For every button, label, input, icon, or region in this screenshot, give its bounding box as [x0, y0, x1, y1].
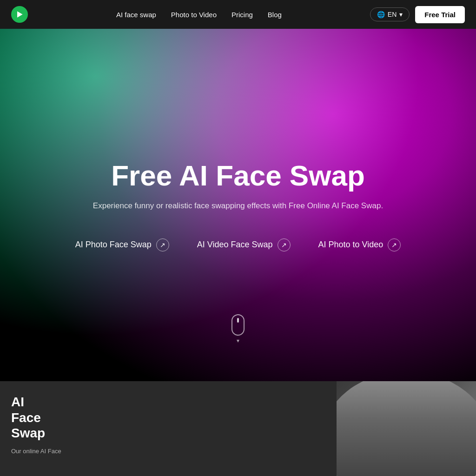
- language-selector[interactable]: 🌐 EN ▾: [370, 7, 410, 21]
- bottom-title: AIFaceSwap: [11, 394, 119, 441]
- hero-title: Free AI Face Swap: [75, 159, 401, 192]
- lang-label: EN: [388, 11, 397, 18]
- nav-pricing[interactable]: Pricing: [231, 11, 253, 19]
- scroll-oval: [231, 314, 245, 336]
- scroll-dot: [237, 318, 239, 323]
- chevron-down-icon: ▾: [399, 11, 403, 18]
- nav-ai-face-swap[interactable]: AI face swap: [116, 11, 156, 19]
- bottom-image: [337, 381, 476, 476]
- nav-blog[interactable]: Blog: [268, 11, 282, 19]
- bottom-right-panel: [130, 381, 476, 476]
- svg-marker-0: [17, 11, 23, 17]
- nav-links: AI face swap Photo to Video Pricing Blog: [116, 11, 282, 19]
- hero-feature-links: AI Photo Face Swap ↗ AI Video Face Swap …: [75, 238, 401, 251]
- photo-face-swap-label: AI Photo Face Swap: [75, 240, 152, 250]
- photo-to-video-link[interactable]: AI Photo to Video ↗: [318, 238, 401, 251]
- globe-icon: 🌐: [377, 11, 385, 18]
- video-face-swap-link[interactable]: AI Video Face Swap ↗: [197, 238, 291, 251]
- nav-right: 🌐 EN ▾ Free Trial: [370, 6, 465, 23]
- hero-content: Free AI Face Swap Experience funny or re…: [57, 159, 420, 251]
- free-trial-button[interactable]: Free Trial: [415, 6, 465, 23]
- bottom-section: AIFaceSwap Our online AI Face: [0, 381, 476, 476]
- bottom-description: Our online AI Face: [11, 447, 119, 456]
- bottom-left-panel: AIFaceSwap Our online AI Face: [0, 381, 130, 476]
- navbar: AI face swap Photo to Video Pricing Blog…: [0, 0, 476, 29]
- photo-to-video-label: AI Photo to Video: [318, 240, 383, 250]
- arrow-up-right-icon: ↗: [156, 238, 169, 251]
- photo-face-swap-link[interactable]: AI Photo Face Swap ↗: [75, 238, 169, 251]
- scroll-indicator: ▾: [231, 314, 245, 344]
- scroll-chevron-icon: ▾: [237, 337, 239, 344]
- logo-icon: [11, 6, 28, 23]
- hero-subtitle: Experience funny or realistic face swapp…: [75, 201, 401, 211]
- arrow-up-right-icon-3: ↗: [388, 238, 401, 251]
- logo[interactable]: [11, 6, 28, 23]
- nav-photo-to-video[interactable]: Photo to Video: [171, 11, 217, 19]
- video-face-swap-label: AI Video Face Swap: [197, 240, 273, 250]
- person-silhouette: [337, 381, 476, 476]
- arrow-up-right-icon-2: ↗: [278, 238, 291, 251]
- hero-section: Free AI Face Swap Experience funny or re…: [0, 0, 476, 381]
